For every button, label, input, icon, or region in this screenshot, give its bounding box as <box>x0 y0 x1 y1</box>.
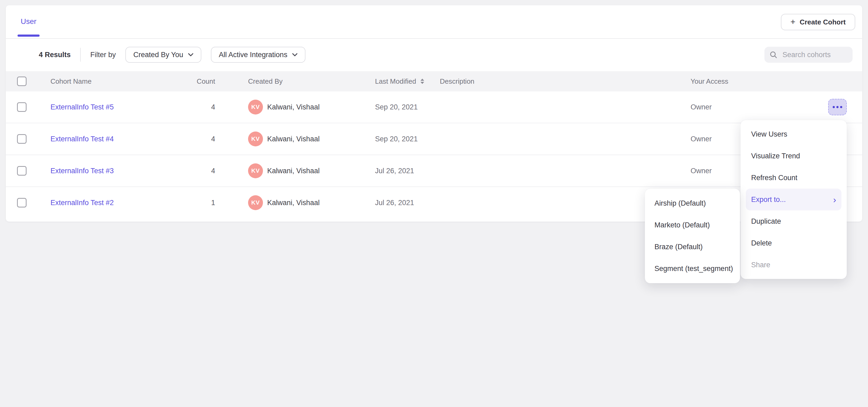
tab-user[interactable]: User <box>18 5 39 38</box>
column-header-access: Your Access <box>690 71 728 91</box>
menu-item-delete[interactable]: Delete <box>741 232 847 254</box>
integrations-dropdown[interactable]: All Active Integrations <box>211 47 305 63</box>
submenu-item-segment[interactable]: Segment (test_segment) <box>645 258 740 280</box>
table-row: ExternalInfo Test #4 4 KV Kalwani, Visha… <box>6 123 862 155</box>
ellipsis-icon <box>833 106 835 108</box>
row-checkbox[interactable] <box>17 166 27 176</box>
row-checkbox[interactable] <box>17 198 27 208</box>
cohort-name-link[interactable]: ExternalInfo Test #2 <box>51 199 114 207</box>
cohort-count: 4 <box>211 103 215 111</box>
menu-item-visualize-trend[interactable]: Visualize Trend <box>741 145 847 167</box>
menu-item-export-to[interactable]: Export to... › <box>746 189 841 211</box>
access-value: Owner <box>690 103 712 111</box>
cohort-name-link[interactable]: ExternalInfo Test #5 <box>51 103 114 111</box>
access-value: Owner <box>690 135 712 143</box>
table-row: ExternalInfo Test #5 4 KV Kalwani, Visha… <box>6 91 862 123</box>
results-count: 4 Results <box>39 51 71 59</box>
cohort-count: 4 <box>211 135 215 143</box>
select-all-checkbox[interactable] <box>17 76 27 86</box>
integrations-dropdown-label: All Active Integrations <box>219 51 287 59</box>
created-by-dropdown[interactable]: Created By You <box>125 47 201 63</box>
cohorts-page: { "colors": { "accent": "#5a4ee0", "page… <box>0 0 868 407</box>
avatar: KV <box>248 131 263 146</box>
last-modified-date: Sep 20, 2021 <box>375 103 418 111</box>
avatar: KV <box>248 195 263 210</box>
created-by-name: Kalwani, Vishaal <box>267 103 320 111</box>
filter-by-label: Filter by <box>90 51 116 59</box>
menu-item-share: Share <box>741 254 847 276</box>
chevron-down-icon <box>292 53 298 56</box>
sort-icon[interactable] <box>421 79 424 84</box>
last-modified-date: Jul 26, 2021 <box>375 199 414 207</box>
search-icon <box>770 51 777 58</box>
column-header-last-modified[interactable]: Last Modified <box>375 71 424 91</box>
table-header: Cohort Name Count Created By Last Modifi… <box>6 71 862 91</box>
created-by-name: Kalwani, Vishaal <box>267 167 320 175</box>
plus-icon: + <box>790 18 796 26</box>
tab-active-underline <box>18 35 39 37</box>
export-submenu: Airship (Default) Marketo (Default) Braz… <box>645 189 740 283</box>
created-by-name: Kalwani, Vishaal <box>267 135 320 143</box>
search-input[interactable] <box>781 50 847 60</box>
row-checkbox[interactable] <box>17 102 27 112</box>
chevron-right-icon: › <box>833 195 836 204</box>
column-header-created-by: Created By <box>248 71 283 91</box>
menu-item-refresh-count[interactable]: Refresh Count <box>741 167 847 189</box>
avatar: KV <box>248 163 263 178</box>
submenu-item-marketo[interactable]: Marketo (Default) <box>645 214 740 236</box>
last-modified-date: Jul 26, 2021 <box>375 167 414 175</box>
created-by-dropdown-label: Created By You <box>133 51 183 59</box>
menu-item-duplicate[interactable]: Duplicate <box>741 211 847 232</box>
row-checkbox[interactable] <box>17 134 27 144</box>
filter-bar: 4 Results Filter by Created By You All A… <box>39 38 305 71</box>
created-by-name: Kalwani, Vishaal <box>267 199 320 207</box>
cohort-count: 1 <box>211 199 215 207</box>
tab-user-label: User <box>21 17 36 26</box>
menu-item-view-users[interactable]: View Users <box>741 123 847 145</box>
row-actions-button[interactable] <box>828 99 847 115</box>
submenu-item-airship[interactable]: Airship (Default) <box>645 192 740 214</box>
avatar: KV <box>248 100 263 115</box>
create-cohort-button[interactable]: + Create Cohort <box>781 14 855 30</box>
cohort-name-link[interactable]: ExternalInfo Test #4 <box>51 135 114 143</box>
column-header-description: Description <box>440 71 474 91</box>
create-cohort-label: Create Cohort <box>800 18 846 26</box>
vertical-divider <box>80 48 81 62</box>
column-header-count: Count <box>165 71 215 91</box>
search-box <box>765 47 852 63</box>
tab-bar: User <box>6 5 862 39</box>
table-row: ExternalInfo Test #3 4 KV Kalwani, Visha… <box>6 155 862 187</box>
cohort-name-link[interactable]: ExternalInfo Test #3 <box>51 167 114 175</box>
chevron-down-icon <box>188 53 193 56</box>
access-value: Owner <box>690 167 712 175</box>
row-context-menu: View Users Visualize Trend Refresh Count… <box>741 120 847 279</box>
submenu-item-braze[interactable]: Braze (Default) <box>645 236 740 258</box>
cohort-count: 4 <box>211 167 215 175</box>
last-modified-date: Sep 20, 2021 <box>375 135 418 143</box>
column-header-name: Cohort Name <box>51 71 92 91</box>
